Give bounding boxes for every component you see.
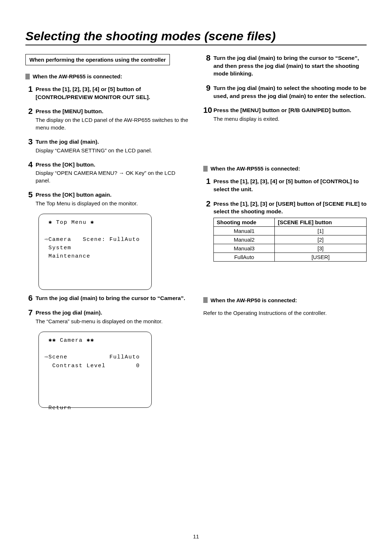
table-cell: [1] [275, 226, 367, 235]
step-number: 1 [25, 85, 35, 93]
step-number: 2 [25, 107, 35, 115]
table-header: [SCENE FILE] button [275, 218, 367, 226]
step-title: Press the [1], [2], [3], [4] or [5] butt… [213, 177, 367, 193]
section-header-rp655: When the AW-RP655 is connected: [25, 73, 189, 79]
step-number: 7 [25, 309, 35, 317]
step-number: 5 [25, 191, 35, 199]
step-3: 3 Turn the jog dial (main). Display “CAM… [25, 138, 189, 154]
step-1: 1 Press the [1], [2], [3], [4] or [5] bu… [25, 85, 189, 101]
table-cell: Manual1 [214, 226, 275, 235]
step-desc: Display “CAMERA SETTING” on the LCD pane… [36, 147, 189, 154]
step-number: 4 [25, 161, 35, 169]
step-desc: The display on the LCD panel of the AW-R… [36, 116, 189, 131]
section-header-rp555: When the AW-RP555 is connected: [203, 165, 367, 172]
step-desc: Display “OPEN CAMERA MENU? → OK Key” on … [36, 169, 189, 184]
step-6: 6 Turn the jog dial (main) to bring the … [25, 294, 189, 302]
step-title: Press the [MENU] button or [R/B GAIN/PED… [213, 106, 367, 114]
step-title: Press the [1], [2], [3] or [USER] button… [213, 200, 367, 216]
step-4: 4 Press the [OK] button. Display “OPEN C… [25, 161, 189, 185]
step-8: 8 Turn the jog dial (main) to bring the … [203, 54, 367, 78]
step-title: Turn the jog dial (main) to bring the cu… [213, 54, 367, 78]
table-cell: FullAuto [214, 253, 275, 261]
step-title: Press the [1], [2], [3], [4] or [5] butt… [36, 85, 189, 101]
content-columns: When performing the operations using the… [25, 54, 367, 412]
table-row: Manual2 [2] [214, 235, 367, 244]
menu-screen-top: ✱ Top Menu ✱ ⇨Camera Scene: FullAuto Sys… [38, 214, 152, 290]
step-title: Press the [MENU] button. [36, 107, 189, 115]
step-number: 10 [203, 106, 213, 114]
table-cell: [3] [275, 244, 367, 253]
boxed-header: When performing the operations using the… [25, 54, 170, 65]
step-title: Press the [OK] button again. [36, 191, 189, 199]
menu-screen-camera: ✱✱ Camera ✱✱ ⇨Scene FullAuto Contrast Le… [38, 332, 152, 408]
step-5: 5 Press the [OK] button again. The Top M… [25, 191, 189, 207]
step-desc: The Top Menu is displayed on the monitor… [36, 200, 189, 207]
step-number: 2 [203, 200, 213, 208]
table-row: FullAuto [USER] [214, 253, 367, 261]
step-title: Turn the jog dial (main). [36, 138, 189, 146]
section-header-rp50: When the AW-RP50 is connected: [203, 297, 367, 303]
left-column: When performing the operations using the… [25, 54, 189, 412]
step-number: 6 [25, 294, 35, 302]
table-cell: Manual3 [214, 244, 275, 253]
step-10: 10 Press the [MENU] button or [R/B GAIN/… [203, 106, 367, 123]
step-number: 3 [25, 138, 35, 146]
step-title: Press the jog dial (main). [36, 309, 189, 317]
table-cell: [USER] [275, 253, 367, 261]
table-header-row: Shooting mode [SCENE FILE] button [214, 218, 367, 226]
scene-file-table: Shooting mode [SCENE FILE] button Manual… [213, 218, 367, 262]
step-number: 1 [203, 177, 213, 185]
table-cell: Manual2 [214, 235, 275, 244]
section-header-label: When the AW-RP555 is connected: [211, 165, 300, 172]
step-desc: The “Camera” sub-menu is displayed on th… [36, 317, 189, 325]
step-title: Turn the jog dial (main) to bring the cu… [36, 294, 189, 302]
step-555-2: 2 Press the [1], [2], [3] or [USER] butt… [203, 200, 367, 262]
table-row: Manual3 [3] [214, 244, 367, 253]
step-desc: The menu display is exited. [213, 115, 367, 123]
step-number: 8 [203, 54, 213, 62]
table-row: Manual1 [1] [214, 226, 367, 235]
step-7: 7 Press the jog dial (main). The “Camera… [25, 309, 189, 325]
step-2: 2 Press the [MENU] button. The display o… [25, 107, 189, 131]
page-number: 11 [0, 533, 392, 539]
page-title: Selecting the shooting modes (scene file… [25, 29, 367, 45]
step-555-1: 1 Press the [1], [2], [3], [4] or [5] bu… [203, 177, 367, 193]
step-title: Turn the jog dial (main) to select the s… [213, 84, 367, 100]
rp50-text: Refer to the Operating Instructions of t… [203, 309, 367, 317]
section-header-label: When the AW-RP655 is connected: [33, 73, 122, 79]
step-number: 9 [203, 84, 213, 92]
section-header-label: When the AW-RP50 is connected: [211, 297, 297, 303]
right-column: 8 Turn the jog dial (main) to bring the … [203, 54, 367, 412]
step-title: Press the [OK] button. [36, 161, 189, 169]
table-cell: [2] [275, 235, 367, 244]
step-9: 9 Turn the jog dial (main) to select the… [203, 84, 367, 100]
table-header: Shooting mode [214, 218, 275, 226]
